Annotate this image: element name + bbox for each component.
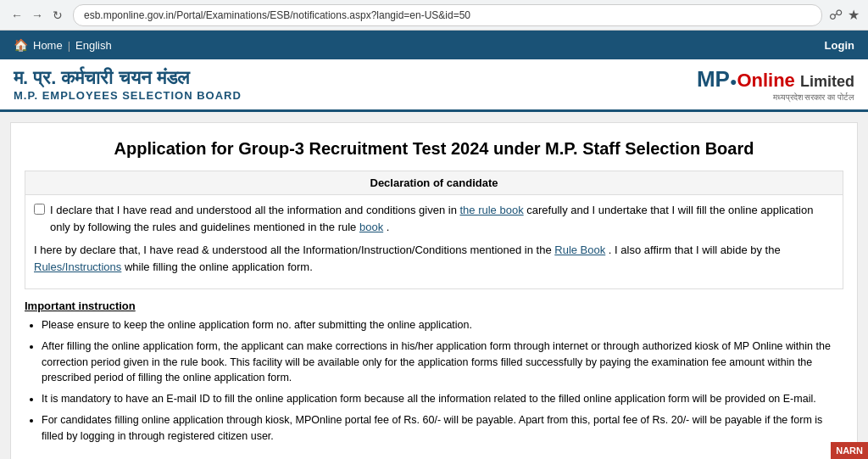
declaration-line-1: I declare that I have read and understoo… — [34, 202, 834, 235]
logo-mp-span: MP — [697, 66, 730, 92]
logo-online-span: Online — [737, 70, 794, 91]
site-title-hindi: म. प्र. कर्मचारी चयन मंडल — [14, 67, 242, 89]
declaration-checkbox[interactable] — [34, 204, 45, 215]
home-icon: 🏠 — [14, 38, 28, 52]
top-nav-left: 🏠 Home | English — [14, 38, 112, 52]
logo-text: MP●Online Limited — [697, 66, 854, 92]
important-section: Important instruction Please ensure to k… — [25, 299, 843, 444]
home-label[interactable]: Home — [33, 39, 63, 52]
address-bar[interactable]: esb.mponline.gov.in/Portal/Examinations/… — [73, 4, 822, 26]
url-text: esb.mponline.gov.in/Portal/Examinations/… — [84, 9, 470, 21]
refresh-button[interactable]: ↻ — [49, 7, 66, 24]
page-title-text: Application for Group-3 Recruitment Test… — [114, 139, 754, 158]
site-title-block: म. प्र. कर्मचारी चयन मंडल M.P. EMPLOYEES… — [14, 67, 242, 102]
declaration-body: I declare that I have read and understoo… — [25, 195, 843, 289]
rule-book-link-1[interactable]: the rule book — [459, 204, 523, 216]
rule-book-link-2[interactable]: Rule Book — [554, 243, 605, 256]
site-header: म. प्र. कर्मचारी चयन मंडल M.P. EMPLOYEES… — [0, 59, 868, 112]
back-button[interactable]: ← — [8, 7, 25, 24]
book-link[interactable]: book — [359, 221, 383, 233]
language-label[interactable]: English — [75, 39, 112, 52]
logo-block: MP●Online Limited मध्यप्रदेश सरकार का पो… — [697, 66, 854, 103]
rules-instructions-link[interactable]: Rules/Instructions — [34, 260, 121, 273]
screen-reader-icon: ☍ — [829, 7, 843, 23]
logo-tagline: मध्यप्रदेश सरकार का पोर्टल — [697, 92, 854, 103]
bookmark-icon[interactable]: ★ — [848, 7, 860, 23]
declaration-header: Declaration of candidate — [25, 171, 843, 195]
instruction-item-2: After filling the online application for… — [42, 339, 843, 386]
logo-limited-span: Limited — [800, 73, 854, 90]
separator: | — [68, 39, 70, 52]
login-button[interactable]: Login — [825, 39, 854, 52]
instruction-item-4: For candidates filling online applicatio… — [42, 412, 843, 445]
declaration-line-2: I here by declare that, I have read & un… — [34, 242, 834, 275]
top-nav: 🏠 Home | English Login — [0, 31, 868, 59]
forward-button[interactable]: → — [29, 7, 46, 24]
instruction-list: Please ensure to keep the online applica… — [25, 317, 843, 444]
main-content: Application for Group-3 Recruitment Test… — [10, 122, 858, 459]
narn-badge: NARN — [831, 442, 868, 459]
site-title-english: M.P. EMPLOYEES SELECTION BOARD — [14, 89, 242, 102]
page-title: Application for Group-3 Recruitment Test… — [25, 137, 843, 160]
important-title: Important instruction — [25, 299, 843, 312]
instruction-item-1: Please ensure to keep the online applica… — [42, 317, 843, 333]
browser-bar: ← → ↻ esb.mponline.gov.in/Portal/Examina… — [0, 0, 868, 31]
declaration-text-1: I declare that I have read and understoo… — [50, 202, 834, 235]
browser-navigation[interactable]: ← → ↻ — [8, 7, 66, 24]
instruction-item-3: It is mandatory to have an E-mail ID to … — [42, 391, 843, 407]
browser-actions: ☍ ★ — [829, 7, 860, 23]
